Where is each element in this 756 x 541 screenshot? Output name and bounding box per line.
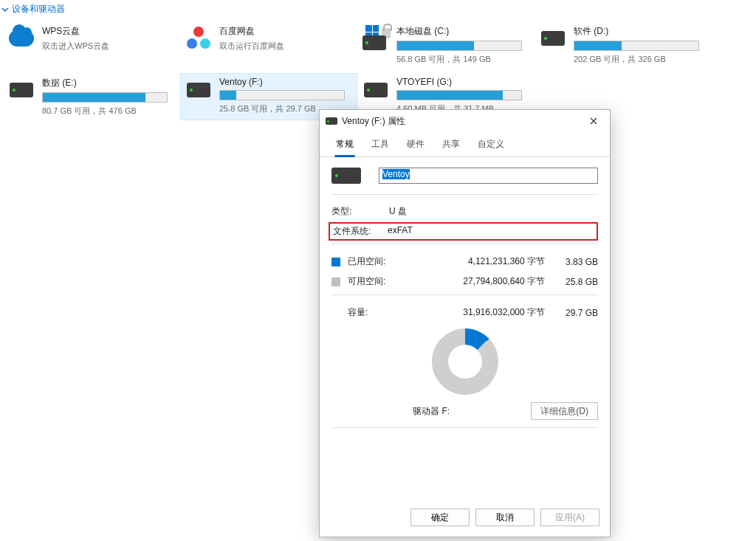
tab-2[interactable]: 硬件 — [398, 132, 433, 156]
divider — [331, 194, 598, 195]
hdd-icon — [187, 83, 210, 97]
row-type: 类型: U 盘 — [331, 202, 598, 221]
tab-strip: 常规工具硬件共享自定义 — [320, 132, 610, 157]
capacity-bar — [42, 92, 168, 103]
ok-button[interactable]: 确定 — [410, 509, 470, 526]
tab-body-general: Ventoy 类型: U 盘 文件系统: exFAT 已用空间: 4,121,2… — [320, 157, 610, 499]
capacity-bar — [219, 90, 345, 100]
hdd-icon — [364, 83, 388, 97]
drive-title: Ventoy (F:) — [219, 77, 352, 87]
drive-letter-label: 驱动器 F: — [331, 405, 531, 418]
divider — [331, 294, 598, 295]
drive-item[interactable]: 软件 (D:)202 GB 可用，共 326 GB — [535, 21, 712, 69]
capacity-bar — [574, 41, 699, 51]
tab-1[interactable]: 工具 — [362, 132, 398, 156]
drives-grid: WPS云盘双击进入WPS云盘百度网盘双击运行百度网盘本地磁盘 (C:)56.8 … — [0, 20, 756, 123]
apply-button[interactable]: 应用(A) — [540, 509, 599, 526]
hdd-icon — [10, 83, 33, 97]
dialog-footer: 确定 取消 应用(A) — [320, 499, 610, 537]
section-title: 设备和驱动器 — [12, 3, 65, 15]
dialog-title: Ventoy (F:) 属性 — [342, 115, 579, 128]
close-button[interactable] — [579, 111, 608, 131]
capacity-bar — [396, 41, 522, 51]
drive-title: 本地磁盘 (C:) — [396, 25, 529, 38]
row-free-space: 可用空间: 27,794,800,640 字节 25.8 GB — [331, 272, 598, 292]
cloud-icon — [9, 30, 34, 46]
drive-subtitle: 80.7 GB 可用，共 476 GB — [42, 106, 175, 117]
windows-drive-icon — [362, 27, 389, 50]
row-filesystem-highlight: 文件系统: exFAT — [329, 222, 598, 241]
drive-title: VTOYEFI (G:) — [396, 77, 529, 87]
tab-3[interactable]: 共享 — [433, 132, 469, 156]
dialog-titlebar[interactable]: Ventoy (F:) 属性 — [320, 110, 610, 132]
divider — [331, 244, 598, 244]
details-button[interactable]: 详细信息(D) — [531, 402, 598, 420]
capacity-bar — [396, 90, 522, 100]
row-capacity: 容量: 31,916,032,000 字节 29.7 GB — [331, 303, 598, 323]
properties-dialog: Ventoy (F:) 属性 常规工具硬件共享自定义 Ventoy 类型: U … — [319, 109, 611, 537]
drive-item[interactable]: WPS云盘双击进入WPS云盘 — [3, 21, 180, 69]
drive-icon — [326, 117, 337, 125]
drive-subtitle: 双击运行百度网盘 — [219, 41, 352, 52]
cancel-button[interactable]: 取消 — [475, 509, 535, 526]
drive-subtitle: 56.8 GB 可用，共 149 GB — [396, 54, 529, 65]
drive-item[interactable]: 百度网盘双击运行百度网盘 — [180, 21, 357, 69]
hdd-icon — [541, 31, 565, 46]
drive-icon — [331, 168, 361, 184]
free-color-swatch — [331, 278, 340, 286]
used-color-swatch — [331, 258, 340, 266]
row-used-space: 已用空间: 4,121,231,360 字节 3.83 GB — [331, 252, 598, 272]
drive-title: 软件 (D:) — [574, 25, 707, 38]
volume-name-input[interactable]: Ventoy — [379, 168, 598, 184]
divider — [331, 427, 598, 428]
drive-subtitle: 双击进入WPS云盘 — [42, 41, 175, 52]
tab-4[interactable]: 自定义 — [469, 132, 513, 156]
drive-subtitle: 202 GB 可用，共 326 GB — [574, 54, 707, 65]
drive-item[interactable]: 本地磁盘 (C:)56.8 GB 可用，共 149 GB — [357, 21, 535, 69]
drive-title: 百度网盘 — [219, 25, 352, 38]
drive-item[interactable]: 数据 (E:)80.7 GB 可用，共 476 GB — [3, 73, 180, 120]
drive-title: 数据 (E:) — [42, 77, 175, 89]
tab-0[interactable]: 常规 — [327, 132, 362, 156]
chevron-down-icon — [1, 6, 9, 13]
section-header[interactable]: 设备和驱动器 — [0, 0, 756, 20]
capacity-donut-chart — [432, 328, 498, 395]
drive-title: WPS云盘 — [42, 25, 175, 38]
baidu-icon — [187, 27, 210, 50]
